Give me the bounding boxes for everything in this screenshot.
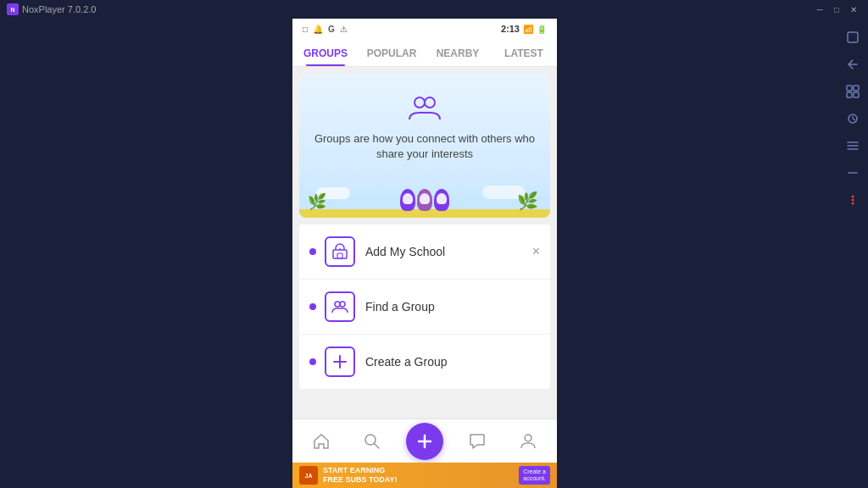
svg-rect-0 xyxy=(848,32,858,42)
penguins xyxy=(400,189,449,211)
battery-icon: 🔋 xyxy=(537,25,547,34)
svg-point-20 xyxy=(335,302,340,307)
svg-point-14 xyxy=(852,202,854,205)
ad-sub-text: FREE SUBS TODAY! xyxy=(323,475,398,485)
create-icon-box xyxy=(325,347,355,377)
find-group-item[interactable]: Find a Group xyxy=(299,280,550,335)
penguin-1 xyxy=(400,189,415,211)
status-bar: □ 🔔 G ⚠ 2:13 📶 🔋 xyxy=(292,19,557,39)
close-button[interactable]: ✕ xyxy=(846,3,861,15)
sidebar-icon-3[interactable] xyxy=(841,80,865,103)
app-logo: N NoxPlayer 7.0.2.0 xyxy=(7,3,96,15)
bottom-nav-profile[interactable] xyxy=(511,424,545,458)
svg-rect-4 xyxy=(854,92,859,97)
menu-card: Add My School × Find a Group xyxy=(299,225,550,389)
svg-rect-1 xyxy=(847,86,852,91)
ad-text-block: START EARNING FREE SUBS TODAY! xyxy=(323,466,398,485)
status-bar-left: □ 🔔 G ⚠ xyxy=(303,25,348,34)
school-icon-box xyxy=(325,236,355,267)
bottom-nav-add[interactable] xyxy=(406,423,443,460)
notification-icon-4: ⚠ xyxy=(340,25,348,34)
sidebar-icon-5[interactable] xyxy=(841,134,865,158)
main-content: Groups are how you connect with others w… xyxy=(292,67,557,419)
ad-logo: JA xyxy=(299,466,318,485)
svg-line-7 xyxy=(853,119,855,120)
svg-point-15 xyxy=(415,97,425,108)
banner-icon xyxy=(408,96,442,125)
grass-right: 🌿 xyxy=(517,191,538,211)
find-group-label: Find a Group xyxy=(365,300,435,313)
window-controls[interactable]: ─ □ ✕ xyxy=(812,3,861,15)
sidebar-icon-6[interactable] xyxy=(841,161,865,185)
svg-rect-17 xyxy=(333,250,347,258)
bottom-nav-search[interactable] xyxy=(355,424,389,458)
banner-top: Groups are how you connect with others w… xyxy=(299,74,550,184)
bottom-nav xyxy=(292,419,557,463)
svg-point-21 xyxy=(340,302,345,307)
svg-point-13 xyxy=(852,199,854,202)
penguin-2 xyxy=(417,189,432,211)
ad-main-text: START EARNING xyxy=(323,466,398,475)
tab-nearby[interactable]: NEARBY xyxy=(425,39,491,66)
right-sidebar xyxy=(837,19,868,488)
tab-latest[interactable]: LATEST xyxy=(491,39,557,66)
app-title: NoxPlayer 7.0.2.0 xyxy=(22,4,96,14)
tab-groups[interactable]: GROUPS xyxy=(292,39,359,66)
ad-inner: JA START EARNING FREE SUBS TODAY! Create… xyxy=(292,463,557,488)
svg-rect-3 xyxy=(847,92,852,97)
ad-button[interactable]: Create aaccount. xyxy=(519,466,550,485)
sidebar-icon-dots[interactable] xyxy=(841,188,865,212)
phone-screen: □ 🔔 G ⚠ 2:13 📶 🔋 GROUPS POPULAR NEARBY L… xyxy=(292,19,557,488)
svg-point-16 xyxy=(425,97,435,108)
banner-card: Groups are how you connect with others w… xyxy=(299,74,550,218)
add-school-label: Add My School xyxy=(365,245,445,258)
notification-icon-3: G xyxy=(328,25,335,34)
ad-bar: JA START EARNING FREE SUBS TODAY! Create… xyxy=(292,463,557,488)
svg-rect-2 xyxy=(854,86,859,91)
grass-left: 🌿 xyxy=(308,192,326,211)
menu-bullet-group xyxy=(309,303,316,310)
bottom-nav-home[interactable] xyxy=(304,424,338,458)
nav-tabs: GROUPS POPULAR NEARBY LATEST xyxy=(292,39,557,67)
ad-logo-area: JA START EARNING FREE SUBS TODAY! xyxy=(299,466,398,485)
svg-point-12 xyxy=(852,196,854,198)
svg-rect-18 xyxy=(337,253,342,258)
add-school-close[interactable]: × xyxy=(532,244,540,259)
bottom-nav-chat[interactable] xyxy=(460,424,494,458)
tab-popular[interactable]: POPULAR xyxy=(359,39,425,66)
menu-bullet-school xyxy=(309,248,316,255)
notification-icon-2: 🔔 xyxy=(313,25,323,34)
svg-point-24 xyxy=(365,435,376,445)
sidebar-icon-1[interactable] xyxy=(841,25,865,49)
svg-line-25 xyxy=(375,444,379,448)
group-icon-box xyxy=(325,291,355,322)
status-time: 2:13 xyxy=(501,24,520,34)
add-school-item[interactable]: Add My School × xyxy=(299,225,550,280)
nox-icon: N xyxy=(7,3,19,15)
wifi-icon: 📶 xyxy=(523,25,533,34)
svg-point-28 xyxy=(525,435,531,441)
sidebar-icon-2[interactable] xyxy=(841,53,865,76)
create-group-item[interactable]: Create a Group xyxy=(299,335,550,389)
title-bar: N NoxPlayer 7.0.2.0 ─ □ ✕ xyxy=(0,0,868,19)
banner-text: Groups are how you connect with others w… xyxy=(313,131,537,162)
banner-bottom: 🌿 🌿 xyxy=(299,184,550,218)
menu-bullet-create xyxy=(309,358,316,365)
notification-icon-1: □ xyxy=(303,25,308,34)
sidebar-icon-4[interactable] xyxy=(841,107,865,130)
penguin-3 xyxy=(434,189,449,211)
minimize-button[interactable]: ─ xyxy=(812,3,827,15)
create-group-label: Create a Group xyxy=(365,355,448,369)
status-bar-right: 📶 🔋 xyxy=(523,25,547,34)
maximize-button[interactable]: □ xyxy=(829,3,844,15)
